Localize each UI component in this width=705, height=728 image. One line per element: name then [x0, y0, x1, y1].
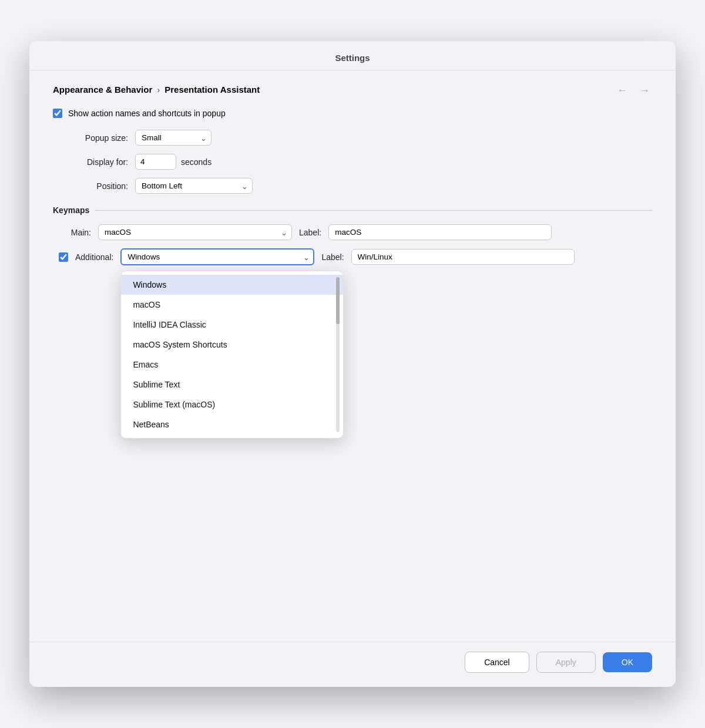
show-popup-label: Show action names and shortcuts in popup [68, 109, 226, 118]
show-popup-checkbox[interactable] [53, 109, 62, 118]
cancel-button[interactable]: Cancel [465, 652, 529, 673]
main-keymap-select[interactable]: macOS Windows IntelliJ IDEA Classic macO… [98, 224, 292, 240]
dropdown-popup: Windows macOS IntelliJ IDEA Classic macO… [120, 271, 344, 439]
position-select-wrapper: Bottom Left Bottom Right Top Left Top Ri… [135, 178, 253, 194]
breadcrumb-part1: Appearance & Behavior [53, 85, 152, 95]
nav-arrows: ← → [615, 83, 652, 98]
additional-keymap-select[interactable]: Windows macOS IntelliJ IDEA Classic macO… [120, 248, 314, 265]
back-button[interactable]: ← [615, 83, 630, 98]
main-keymap-field-label: Label: [299, 228, 321, 237]
position-row: Position: Bottom Left Bottom Right Top L… [53, 178, 652, 194]
dropdown-item-sublime-macos[interactable]: Sublime Text (macOS) [121, 395, 343, 414]
popup-size-select-wrapper: Small Medium Large [135, 130, 212, 146]
position-label: Position: [70, 181, 135, 191]
breadcrumb: Appearance & Behavior › Presentation Ass… [53, 85, 652, 95]
popup-size-select[interactable]: Small Medium Large [135, 130, 212, 146]
additional-keymap-field-label: Label: [321, 252, 344, 262]
main-keymap-label-input[interactable] [328, 224, 552, 240]
popup-size-label: Popup size: [70, 133, 135, 143]
dropdown-item-macos[interactable]: macOS [121, 295, 343, 315]
forward-button[interactable]: → [637, 83, 652, 98]
dialog-body: Appearance & Behavior › Presentation Ass… [29, 70, 676, 642]
dropdown-item-windows[interactable]: Windows [121, 275, 343, 295]
additional-keymap-label: Additional: [75, 252, 113, 262]
breadcrumb-part2: Presentation Assistant [164, 85, 260, 95]
dropdown-scrollbar-thumb [336, 277, 340, 324]
breadcrumb-separator: › [157, 85, 160, 95]
section-line [95, 210, 652, 211]
main-keymap-select-wrapper: macOS Windows IntelliJ IDEA Classic macO… [98, 224, 292, 240]
dropdown-item-macos-shortcuts[interactable]: macOS System Shortcuts [121, 335, 343, 355]
display-for-label: Display for: [70, 157, 135, 167]
dialog-footer: Cancel Apply OK [29, 642, 676, 687]
position-select[interactable]: Bottom Left Bottom Right Top Left Top Ri… [135, 178, 253, 194]
main-keymap-row: Main: macOS Windows IntelliJ IDEA Classi… [53, 224, 652, 240]
additional-keymap-checkbox[interactable] [59, 252, 68, 262]
dropdown-item-emacs[interactable]: Emacs [121, 355, 343, 375]
settings-dialog: Settings Appearance & Behavior › Present… [29, 41, 676, 687]
seconds-label: seconds [181, 157, 212, 167]
additional-keymap-label-input[interactable] [351, 249, 575, 265]
display-for-row: Display for: seconds [53, 154, 652, 170]
dropdown-scrollbar[interactable] [336, 277, 340, 432]
display-for-input[interactable] [135, 154, 176, 170]
popup-size-row: Popup size: Small Medium Large [53, 130, 652, 146]
dropdown-item-netbeans[interactable]: NetBeans [121, 414, 343, 434]
additional-keymap-row: Additional: Windows macOS IntelliJ IDEA … [53, 248, 652, 265]
keymaps-divider: Keymaps [53, 205, 652, 215]
additional-keymap-select-wrapper: Windows macOS IntelliJ IDEA Classic macO… [120, 248, 314, 265]
main-keymap-label: Main: [59, 228, 91, 237]
keymaps-section-label: Keymaps [53, 205, 89, 215]
dropdown-item-sublime[interactable]: Sublime Text [121, 375, 343, 395]
apply-button: Apply [536, 652, 596, 673]
ok-button[interactable]: OK [603, 652, 652, 672]
dialog-title: Settings [29, 41, 676, 70]
dropdown-item-intellij[interactable]: IntelliJ IDEA Classic [121, 315, 343, 335]
main-checkbox-row: Show action names and shortcuts in popup [53, 109, 652, 118]
